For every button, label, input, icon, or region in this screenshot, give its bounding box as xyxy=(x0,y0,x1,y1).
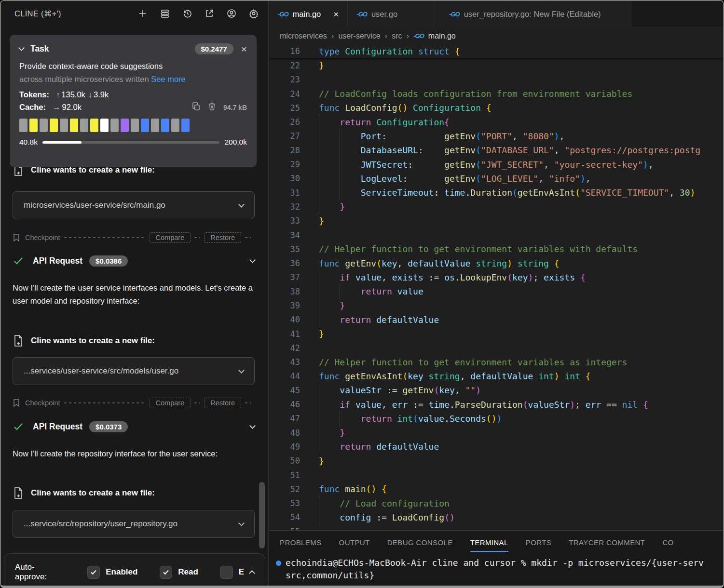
code-line[interactable]: 45 valueStr := getEnv(key, "") xyxy=(269,383,723,397)
code-editor[interactable]: 16type Configuration struct { 22}23 24//… xyxy=(269,44,723,530)
history-icon[interactable] xyxy=(182,9,192,19)
code-line[interactable]: 55 xyxy=(269,524,723,530)
line-number[interactable]: 26 xyxy=(269,117,300,127)
line-number[interactable]: 40 xyxy=(269,315,300,324)
line-number[interactable]: 24 xyxy=(269,89,300,99)
tab-comments[interactable]: CO xyxy=(662,538,673,552)
settings-gear-icon[interactable] xyxy=(248,9,259,19)
line-number[interactable]: 39 xyxy=(269,301,300,310)
chevron-up-icon[interactable] xyxy=(249,570,255,576)
line-number[interactable]: 51 xyxy=(269,470,300,480)
file-path-dropdown-1[interactable]: microservices/user-service/src/main.go xyxy=(13,191,255,219)
sticky-scroll-line[interactable]: 16type Configuration struct { xyxy=(269,44,723,58)
sticky-code-line[interactable]: 16type Configuration struct { xyxy=(269,44,723,58)
code-line[interactable]: 41} xyxy=(269,327,723,341)
task-close-icon[interactable]: × xyxy=(241,44,247,54)
code-line[interactable]: 43// Helper function to get environment … xyxy=(269,355,723,369)
mcp-servers-icon[interactable] xyxy=(160,9,170,19)
code-line[interactable]: 24// LoadConfig loads configuration from… xyxy=(269,87,723,101)
compare-button[interactable]: Compare xyxy=(150,232,191,243)
code-line[interactable]: 35// Helper function to get environment … xyxy=(269,242,723,256)
line-number[interactable]: 30 xyxy=(269,174,300,183)
line-number[interactable]: 29 xyxy=(269,160,300,169)
line-number[interactable]: 38 xyxy=(269,287,300,296)
breadcrumb-item[interactable]: main.go xyxy=(428,32,456,40)
open-external-icon[interactable] xyxy=(204,9,214,19)
breadcrumb-item[interactable]: user-service xyxy=(338,32,380,40)
account-icon[interactable] xyxy=(226,9,236,19)
line-number[interactable]: 37 xyxy=(269,272,300,282)
code-line[interactable]: 51 xyxy=(269,468,723,482)
terminal-content[interactable]: echoindia@ECHOs-MacBook-Air cline and cu… xyxy=(269,557,723,582)
code-line[interactable]: 39 } xyxy=(269,298,723,312)
breadcrumb-item[interactable]: microservices xyxy=(280,32,327,40)
line-number[interactable]: 16 xyxy=(269,46,300,56)
api-request-row-1[interactable]: API Request $0.0386 xyxy=(13,253,255,269)
code-line[interactable]: 26 return Configuration{ xyxy=(269,115,723,129)
api-request-row-2[interactable]: API Request $0.0373 xyxy=(13,418,255,435)
line-number[interactable]: 53 xyxy=(269,498,300,508)
code-line[interactable]: 30 LogLevel: getEnv("LOG_LEVEL", "info")… xyxy=(269,172,723,186)
tab-ports[interactable]: PORTS xyxy=(526,538,551,552)
line-number[interactable]: 54 xyxy=(269,512,300,522)
tab-terminal[interactable]: TERMINAL xyxy=(470,538,508,552)
line-number[interactable]: 50 xyxy=(269,456,300,466)
line-number[interactable]: 22 xyxy=(269,61,300,70)
line-number[interactable]: 47 xyxy=(269,414,300,423)
delete-trash-icon[interactable] xyxy=(207,102,217,113)
line-number[interactable]: 46 xyxy=(269,400,300,409)
checkbox-enabled[interactable] xyxy=(87,566,100,579)
code-line[interactable]: 33} xyxy=(269,214,723,228)
code-line[interactable]: 46 if value, err := time.ParseDuration(v… xyxy=(269,397,723,411)
line-number[interactable]: 32 xyxy=(269,202,300,212)
tab-debug-console[interactable]: DEBUG CONSOLE xyxy=(387,538,453,552)
line-number[interactable]: 55 xyxy=(269,527,300,530)
line-number[interactable]: 43 xyxy=(269,357,300,367)
line-number[interactable]: 42 xyxy=(269,343,300,353)
sidebar-scrollbar[interactable] xyxy=(259,482,265,548)
close-tab-icon[interactable]: × xyxy=(333,9,339,20)
code-line[interactable]: 40 return defaultValue xyxy=(269,313,723,327)
new-task-icon[interactable] xyxy=(137,9,148,19)
line-number[interactable]: 41 xyxy=(269,329,300,339)
tab-user-repository-go[interactable]: -GO user_repository.go: New File (Editab… xyxy=(435,1,631,27)
code-line[interactable]: 53 // Load configuration xyxy=(269,496,723,510)
line-number[interactable]: 36 xyxy=(269,258,300,268)
code-line[interactable]: 54 config := LoadConfig() xyxy=(269,510,723,524)
file-path-dropdown-2[interactable]: ...services/user-service/src/models/user… xyxy=(13,357,255,385)
tab-output[interactable]: OUTPUT xyxy=(339,538,370,552)
code-line[interactable]: 31 ServiceTimeout: time.Duration(getEnvA… xyxy=(269,186,723,200)
code-line[interactable]: 32 } xyxy=(269,200,723,214)
code-line[interactable]: 36func getEnv(key, defaultValue string) … xyxy=(269,256,723,270)
tab-main-go[interactable]: -GO main.go × xyxy=(269,1,348,27)
code-line[interactable]: 49 return defaultValue xyxy=(269,440,723,454)
see-more-link[interactable]: See more xyxy=(151,75,186,83)
code-line[interactable]: 38 return value xyxy=(269,284,723,298)
code-line[interactable]: 25func LoadConfig() Configuration { xyxy=(269,101,723,115)
code-line[interactable]: 29 JWTSecret: getEnv("JWT_SECRET", "your… xyxy=(269,157,723,171)
copy-icon[interactable] xyxy=(191,102,201,113)
code-line[interactable]: 27 Port: getEnv("PORT", "8080"), xyxy=(269,129,723,143)
code-line[interactable]: 44func getEnvAsInt(key string, defaultVa… xyxy=(269,369,723,383)
tab-user-go[interactable]: -GO user.go xyxy=(348,1,435,27)
checkbox-edit[interactable] xyxy=(220,566,232,579)
restore-button[interactable]: Restore xyxy=(204,232,241,243)
line-number[interactable]: 27 xyxy=(269,131,300,141)
code-line[interactable]: 23 xyxy=(269,73,723,87)
line-number[interactable]: 45 xyxy=(269,386,300,395)
code-line[interactable]: 28 DatabaseURL: getEnv("DATABASE_URL", "… xyxy=(269,143,723,157)
line-number[interactable]: 44 xyxy=(269,371,300,381)
line-number[interactable]: 23 xyxy=(269,75,300,84)
code-line[interactable]: 22} xyxy=(269,58,723,72)
tab-problems[interactable]: PROBLEMS xyxy=(280,538,322,552)
code-line[interactable]: 50} xyxy=(269,454,723,468)
restore-button[interactable]: Restore xyxy=(204,398,241,408)
breadcrumb-item[interactable]: src xyxy=(392,32,402,40)
checkbox-read[interactable] xyxy=(160,566,172,579)
line-number[interactable]: 49 xyxy=(269,442,300,452)
tab-traycer-comment[interactable]: TRAYCER COMMENT xyxy=(569,538,645,552)
line-number[interactable]: 48 xyxy=(269,428,300,438)
line-number[interactable]: 34 xyxy=(269,230,300,240)
line-number[interactable]: 35 xyxy=(269,244,300,254)
code-line[interactable]: 37 if value, exists := os.LookupEnv(key)… xyxy=(269,270,723,284)
